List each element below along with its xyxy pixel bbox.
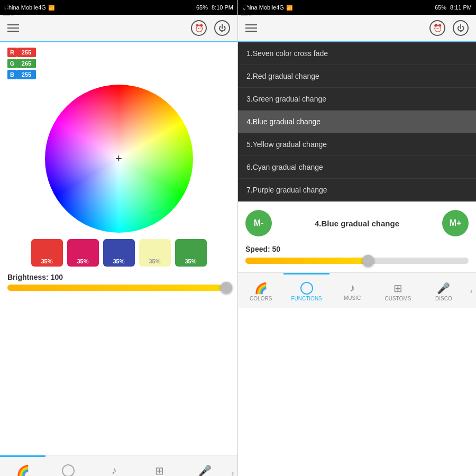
swatch-green[interactable]: 35% xyxy=(175,239,207,267)
screen1-content: R 255 G 265 B 255 + xyxy=(0,42,237,455)
function-item-3[interactable]: 3.Green gradual change xyxy=(238,88,476,111)
bottom-nav-2: 🌈 COLORS FUNCTIONS ♪ MUSIC ⊞ CUSTOMS 🎤 D… xyxy=(238,272,476,308)
music-icon-1: ♪ xyxy=(112,464,117,476)
nav-colors-label-2: COLORS xyxy=(250,296,272,301)
m-plus-button[interactable]: M+ xyxy=(442,210,469,236)
nav-arrow-1[interactable]: › xyxy=(228,455,237,476)
brightness-fill xyxy=(7,285,221,291)
power-button-1[interactable]: ⏻ xyxy=(214,20,230,36)
speed-label: Speed: 50 xyxy=(245,245,469,253)
nav-colors-1[interactable]: 🌈 COLORS xyxy=(0,455,45,476)
r-value: 255 xyxy=(17,48,36,57)
sim-icon-2: 📶 xyxy=(286,5,292,11)
swatch-yellow[interactable]: 35% xyxy=(139,239,171,267)
function-controls: M- 4.Blue gradual change M+ Speed: 50 xyxy=(238,202,476,272)
swatch-blue[interactable]: 35% xyxy=(103,239,135,267)
time-1: 8:10 PM xyxy=(212,4,233,11)
bottom-nav-1: 🌈 COLORS FUNCTIONS ♪ MUSIC ⊞ CUSTOMS 🎤 D… xyxy=(0,455,237,476)
function-item-5[interactable]: 5.Yellow gradual change xyxy=(238,133,476,156)
alarm-button-2[interactable]: ⏰ xyxy=(429,20,445,36)
nav-functions-2[interactable]: FUNCTIONS xyxy=(283,273,329,308)
disco-icon-2: 🎤 xyxy=(437,282,450,295)
swatch-yellow-label: 35% xyxy=(149,258,160,264)
mode-row: M- 4.Blue gradual change M+ xyxy=(245,210,469,236)
colors-icon-2: 🌈 xyxy=(254,282,268,295)
functions-list: 1.Seven color cross fade 2.Red gradual c… xyxy=(238,42,476,202)
rgb-labels: R 255 G 265 B 255 xyxy=(7,48,230,79)
swatch-red-label: 35% xyxy=(41,258,52,264)
function-item-7[interactable]: 7.Purple gradual change xyxy=(238,179,476,202)
screen-2: 2. China Mobile4G 📶 65% 8:11 PM ⏰ ⏻ 1.Se… xyxy=(238,0,476,476)
colors-icon-1: 🌈 xyxy=(16,464,30,477)
status-bar-1: China Mobile4G 📶 65% 8:10 PM xyxy=(0,0,237,15)
functions-icon-1 xyxy=(62,464,75,477)
m-minus-button[interactable]: M- xyxy=(245,210,272,236)
nav-arrow-2[interactable]: › xyxy=(466,273,476,308)
battery-1: 65% xyxy=(196,4,208,11)
screen-label-2: 2. xyxy=(240,2,252,19)
b-value: 255 xyxy=(17,70,36,79)
color-wheel[interactable]: + xyxy=(45,85,193,233)
menu-button-2[interactable] xyxy=(245,24,257,32)
nav-disco-label-2: DISCO xyxy=(435,296,452,301)
screen-label-1: 1. xyxy=(2,2,14,19)
function-item-2[interactable]: 2.Red gradual change xyxy=(238,65,476,88)
g-letter: G xyxy=(7,59,17,68)
nav-colors-2[interactable]: 🌈 COLORS xyxy=(238,273,283,308)
color-swatches: 35% 35% 35% 35% 35% xyxy=(7,239,230,267)
time-2: 8:11 PM xyxy=(450,4,472,11)
nav-functions-1[interactable]: FUNCTIONS xyxy=(45,455,91,476)
swatch-pink-label: 35% xyxy=(77,258,88,264)
swatch-blue-label: 35% xyxy=(113,258,124,264)
nav-music-2[interactable]: ♪ MUSIC xyxy=(329,273,375,308)
speed-slider[interactable] xyxy=(245,258,469,264)
menu-button-1[interactable] xyxy=(7,24,19,32)
color-wheel-container[interactable]: + xyxy=(7,85,230,233)
nav-customs-2[interactable]: ⊞ CUSTOMS xyxy=(375,273,420,308)
swatch-red[interactable]: 35% xyxy=(31,239,63,267)
g-value: 265 xyxy=(17,59,36,68)
music-icon-2: ♪ xyxy=(350,282,355,294)
brightness-slider[interactable] xyxy=(7,285,230,291)
brightness-thumb[interactable] xyxy=(221,282,232,294)
disco-icon-1: 🎤 xyxy=(198,464,212,477)
nav-disco-2[interactable]: 🎤 DISCO xyxy=(421,273,466,308)
power-button-2[interactable]: ⏻ xyxy=(453,20,469,36)
function-item-6[interactable]: 6.Cyan gradual change xyxy=(238,156,476,179)
top-bar-1: ⏰ ⏻ xyxy=(0,15,237,42)
top-bar-2: ⏰ ⏻ xyxy=(238,15,476,42)
function-item-1[interactable]: 1.Seven color cross fade xyxy=(238,42,476,65)
status-bar-2: China Mobile4G 📶 65% 8:11 PM xyxy=(238,0,476,15)
function-item-4[interactable]: 4.Blue gradual change xyxy=(238,111,476,133)
alarm-button-1[interactable]: ⏰ xyxy=(191,20,207,36)
functions-icon-2 xyxy=(300,282,313,295)
nav-music-label-2: MUSIC xyxy=(344,295,361,301)
nav-customs-1[interactable]: ⊞ CUSTOMS xyxy=(137,455,182,476)
crosshair: + xyxy=(115,152,122,166)
brightness-label: Brightness: 100 xyxy=(7,273,230,281)
customs-icon-2: ⊞ xyxy=(393,282,402,295)
nav-functions-label-2: FUNCTIONS xyxy=(291,296,322,301)
nav-music-1[interactable]: ♪ MUSIC xyxy=(91,455,136,476)
swatch-pink[interactable]: 35% xyxy=(67,239,99,267)
sim-icon-1: 📶 xyxy=(48,5,54,11)
selected-mode-label: 4.Blue gradual change xyxy=(315,219,399,228)
swatch-green-label: 35% xyxy=(185,258,196,264)
nav-disco-1[interactable]: 🎤 DISCO xyxy=(182,455,228,476)
speed-thumb[interactable] xyxy=(362,255,374,267)
battery-2: 65% xyxy=(435,4,446,11)
r-letter: R xyxy=(7,48,17,57)
customs-icon-1: ⊞ xyxy=(155,464,164,477)
speed-fill xyxy=(245,258,368,264)
nav-customs-label-2: CUSTOMS xyxy=(385,296,411,301)
screen-1: 1. China Mobile4G 📶 65% 8:10 PM ⏰ ⏻ xyxy=(0,0,238,476)
b-letter: B xyxy=(7,70,17,79)
